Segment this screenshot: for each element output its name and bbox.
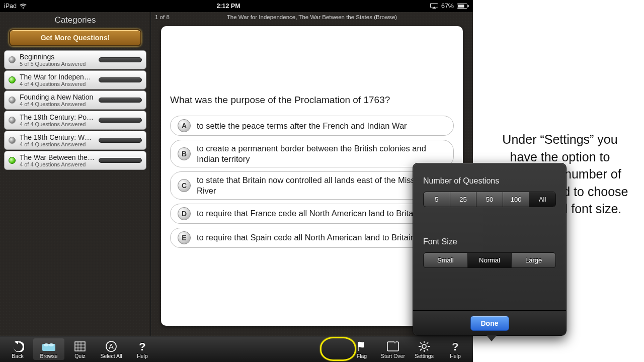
category-list: Beginnings 5 of 5 Questions Answered The… bbox=[0, 50, 150, 170]
svg-rect-7 bbox=[75, 342, 85, 351]
toolbar-label: Browse bbox=[40, 353, 57, 359]
category-name: The War for Independence bbox=[20, 73, 95, 81]
progress-bar bbox=[99, 118, 142, 123]
main-panel: 1 of 8 The War for Independence, The War… bbox=[151, 12, 473, 336]
toolbar-label: Flag bbox=[357, 353, 367, 359]
selectall-icon: A bbox=[105, 340, 117, 353]
category-subtitle: 4 of 4 Questions Answered bbox=[20, 81, 95, 87]
numq-option[interactable]: 100 bbox=[503, 192, 530, 207]
progress-bar bbox=[99, 158, 142, 163]
fontsize-option[interactable]: Normal bbox=[468, 253, 512, 267]
toolbar-label: Select All bbox=[100, 353, 122, 359]
svg-line-23 bbox=[427, 349, 428, 350]
toolbar-browse[interactable]: Browse bbox=[33, 338, 64, 360]
svg-rect-15 bbox=[387, 342, 398, 351]
toolbar-settings[interactable]: Settings bbox=[409, 338, 440, 360]
answer-letter: A bbox=[178, 119, 191, 132]
status-dot bbox=[9, 97, 16, 104]
quiz-icon bbox=[74, 340, 86, 353]
answer-choice[interactable]: D to require that France cede all North … bbox=[170, 204, 454, 224]
fontsize-option[interactable]: Large bbox=[512, 253, 555, 267]
toolbar-label: Help bbox=[450, 353, 461, 359]
svg-rect-2 bbox=[468, 5, 469, 7]
numq-option[interactable]: All bbox=[529, 192, 555, 207]
battery-icon bbox=[457, 3, 469, 9]
category-item[interactable]: The 19th Century: Westward Expansio… 4 o… bbox=[4, 131, 146, 150]
done-button[interactable]: Done bbox=[470, 316, 509, 331]
progress-bar bbox=[99, 98, 142, 103]
answer-letter: E bbox=[178, 231, 191, 244]
category-subtitle: 4 of 4 Questions Answered bbox=[20, 101, 95, 107]
category-subtitle: 4 of 4 Questions Answered bbox=[20, 161, 95, 167]
settings-icon bbox=[418, 340, 431, 353]
flag-icon bbox=[356, 340, 368, 353]
browse-icon bbox=[41, 340, 56, 353]
toolbar-label: Start Over bbox=[381, 353, 405, 359]
settings-popover: Number of Questions 52550100All Font Siz… bbox=[413, 163, 567, 336]
svg-rect-3 bbox=[458, 5, 464, 8]
numq-option[interactable]: 25 bbox=[450, 192, 477, 207]
answer-choice[interactable]: A to settle the peace terms after the Fr… bbox=[170, 116, 454, 136]
category-item[interactable]: The War for Independence 4 of 4 Question… bbox=[4, 70, 146, 89]
toolbar-help[interactable]: ? Help bbox=[127, 338, 158, 360]
answer-choice[interactable]: E to require that Spain cede all North A… bbox=[170, 228, 454, 248]
svg-text:?: ? bbox=[139, 340, 145, 352]
toolbar-back[interactable]: Back bbox=[2, 338, 33, 360]
startover-icon: * bbox=[386, 340, 399, 353]
clock: 2:12 PM bbox=[27, 3, 430, 10]
category-item[interactable]: The War Between the States 4 of 4 Questi… bbox=[4, 151, 146, 170]
question-text: What was the purpose of the Proclamation… bbox=[170, 95, 454, 106]
toolbar-quiz[interactable]: Quiz bbox=[64, 338, 96, 360]
toolbar-label: Back bbox=[12, 353, 23, 359]
status-dot bbox=[9, 56, 16, 63]
device-label: iPad bbox=[4, 3, 17, 10]
svg-point-5 bbox=[44, 343, 49, 346]
numq-segmented: 52550100All bbox=[423, 192, 556, 207]
fontsize-option[interactable]: Small bbox=[424, 253, 468, 267]
numq-option[interactable]: 50 bbox=[476, 192, 503, 207]
main-title: The War for Independence, The War Betwee… bbox=[195, 14, 429, 20]
category-name: The War Between the States bbox=[20, 153, 95, 161]
svg-line-22 bbox=[420, 342, 422, 344]
numq-option[interactable]: 5 bbox=[424, 192, 450, 207]
fontsize-label: Font Size bbox=[423, 237, 556, 246]
wifi-icon bbox=[20, 3, 27, 9]
progress-bar bbox=[99, 77, 142, 82]
answer-choice[interactable]: C to state that Britain now controlled a… bbox=[170, 171, 454, 199]
toolbar-label: Settings bbox=[415, 353, 434, 359]
category-subtitle: 4 of 4 Questions Answered bbox=[20, 121, 95, 127]
category-name: Founding a New Nation bbox=[20, 93, 95, 101]
svg-text:A: A bbox=[109, 342, 114, 350]
answer-text: to state that Britain now controlled all… bbox=[197, 175, 446, 196]
toolbar-flag[interactable]: Flag bbox=[346, 338, 377, 360]
category-item[interactable]: Founding a New Nation 4 of 4 Questions A… bbox=[4, 90, 146, 110]
toolbar-selectall[interactable]: A Select All bbox=[96, 338, 127, 360]
svg-point-6 bbox=[49, 343, 54, 346]
help-icon: ? bbox=[137, 340, 147, 353]
fontsize-segmented: SmallNormalLarge bbox=[423, 252, 556, 268]
category-item[interactable]: Beginnings 5 of 5 Questions Answered bbox=[4, 50, 146, 69]
progress-bar bbox=[99, 57, 142, 62]
category-name: The 19th Century: Politics, Economics,… bbox=[20, 113, 95, 121]
toolbar-startover[interactable]: * Start Over bbox=[377, 338, 409, 360]
answer-text: to require that France cede all North Am… bbox=[197, 208, 420, 219]
question-progress: 1 of 8 bbox=[155, 14, 195, 20]
answer-letter: B bbox=[178, 147, 191, 160]
answer-text: to settle the peace terms after the Fren… bbox=[197, 121, 407, 131]
toolbar-label: Help bbox=[137, 353, 148, 359]
get-more-button[interactable]: Get More Questions! bbox=[9, 29, 141, 46]
airplay-icon bbox=[430, 3, 438, 9]
category-name: The 19th Century: Westward Expansio… bbox=[20, 133, 95, 141]
status-bar: iPad 2:12 PM 67% bbox=[0, 0, 473, 12]
category-item[interactable]: The 19th Century: Politics, Economics,… … bbox=[4, 111, 146, 130]
answer-list: A to settle the peace terms after the Fr… bbox=[170, 116, 454, 248]
battery-percent: 67% bbox=[441, 3, 454, 10]
toolbar-help[interactable]: ? Help bbox=[440, 338, 471, 360]
answer-letter: C bbox=[178, 179, 191, 192]
answer-text: to require that Spain cede all North Ame… bbox=[197, 232, 415, 243]
answer-text: to create a permanent border between the… bbox=[197, 143, 446, 164]
progress-bar bbox=[99, 138, 142, 143]
ipad-screen: iPad 2:12 PM 67% Categories Get More Que… bbox=[0, 0, 473, 362]
answer-choice[interactable]: B to create a permanent border between t… bbox=[170, 140, 454, 167]
status-dot bbox=[9, 157, 16, 164]
